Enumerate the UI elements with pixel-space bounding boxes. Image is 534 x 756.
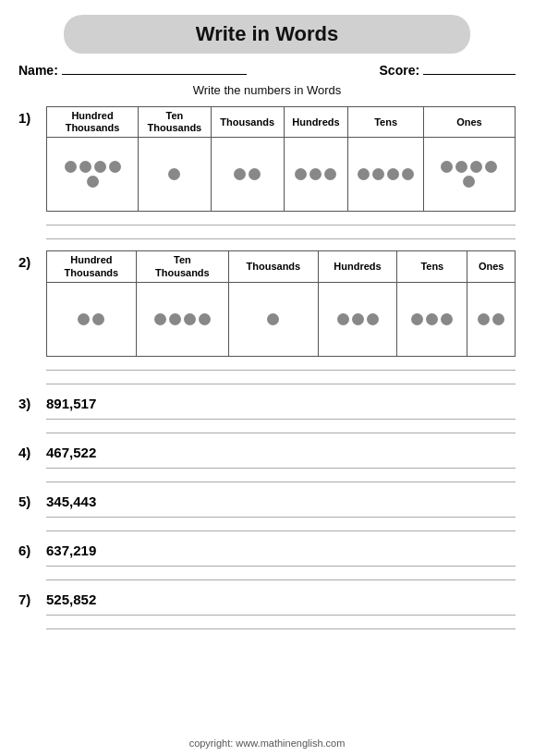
- col-ten-thousands-1: TenThousands: [139, 107, 212, 138]
- dot-table-1: HundredThousands TenThousands Thousands …: [46, 106, 516, 212]
- copyright: copyright: www.mathinenglish.com: [0, 738, 534, 749]
- divider-6: [46, 566, 516, 567]
- write-line-2: [46, 384, 516, 384]
- divider-7: [46, 615, 516, 616]
- col-ones-1: Ones: [423, 107, 515, 138]
- name-line[interactable]: [62, 74, 247, 75]
- problem-1-num: 1): [18, 106, 39, 126]
- page-title: Write in Words: [82, 22, 452, 46]
- written-value-5: 345,443: [46, 494, 96, 509]
- cell-h-2: [318, 282, 397, 356]
- written-problem-4: 4) 467,522: [18, 445, 516, 460]
- write-line-4: [46, 482, 516, 482]
- cell-th-2: [229, 282, 319, 356]
- divider-2: [46, 370, 516, 371]
- written-value-3: 891,517: [46, 396, 96, 411]
- divider-4: [46, 468, 516, 469]
- cell-tt-2: [136, 282, 228, 356]
- write-line-7: [46, 628, 516, 629]
- divider-5: [46, 517, 516, 518]
- written-problem-5: 5) 345,443: [18, 494, 516, 509]
- cell-o-1: [423, 138, 515, 212]
- written-value-7: 525,852: [46, 591, 96, 607]
- divider-1: [46, 225, 516, 226]
- title-bar: Write in Words: [64, 15, 470, 54]
- cell-ht-2: [47, 282, 137, 356]
- col-thousands-2: Thousands: [229, 251, 319, 282]
- cell-o-2: [467, 282, 516, 356]
- written-num-7: 7): [18, 591, 39, 607]
- cell-h-1: [284, 138, 348, 212]
- written-value-6: 637,219: [46, 543, 96, 558]
- cell-t-2: [397, 282, 467, 356]
- write-line-5: [46, 530, 516, 531]
- cell-th-1: [211, 138, 284, 212]
- name-score-row: Name: Score:: [18, 63, 516, 78]
- col-tens-2: Tens: [397, 251, 467, 282]
- page: Write in Words Name: Score: Write the nu…: [0, 0, 534, 756]
- name-label: Name:: [18, 63, 247, 78]
- written-problem-3: 3) 891,517: [18, 396, 516, 411]
- written-value-4: 467,522: [46, 445, 96, 460]
- written-num-4: 4): [18, 445, 39, 460]
- write-line-3: [46, 433, 516, 433]
- written-problem-7: 7) 525,852: [18, 591, 516, 607]
- col-ones-2: Ones: [467, 251, 516, 282]
- written-num-6: 6): [18, 543, 39, 558]
- col-hundred-thousands-2: HundredThousands: [47, 251, 137, 282]
- cell-ht-1: [47, 138, 139, 212]
- col-tens-1: Tens: [348, 107, 424, 138]
- cell-t-1: [348, 138, 424, 212]
- col-hundred-thousands-1: HundredThousands: [47, 107, 139, 138]
- written-num-3: 3): [18, 396, 39, 411]
- written-problem-6: 6) 637,219: [18, 543, 516, 558]
- col-ten-thousands-2: TenThousands: [136, 251, 228, 282]
- problem-2-num: 2): [18, 250, 39, 270]
- score-line[interactable]: [423, 74, 516, 75]
- col-hundreds-2: Hundreds: [318, 251, 397, 282]
- write-line-1: [46, 238, 516, 239]
- dot-table-2: HundredThousands TenThousands Thousands …: [46, 250, 516, 356]
- problem-1: 1) HundredThousands TenThousands Thousan…: [18, 106, 516, 212]
- write-line-6: [46, 579, 516, 580]
- written-num-5: 5): [18, 494, 39, 509]
- col-thousands-1: Thousands: [211, 107, 284, 138]
- instruction: Write the numbers in Words: [18, 83, 516, 97]
- problem-2: 2) HundredThousands TenThousands Thousan…: [18, 250, 516, 356]
- score-label: Score:: [380, 63, 516, 78]
- col-hundreds-1: Hundreds: [284, 107, 348, 138]
- cell-tt-1: [139, 138, 212, 212]
- divider-3: [46, 419, 516, 420]
